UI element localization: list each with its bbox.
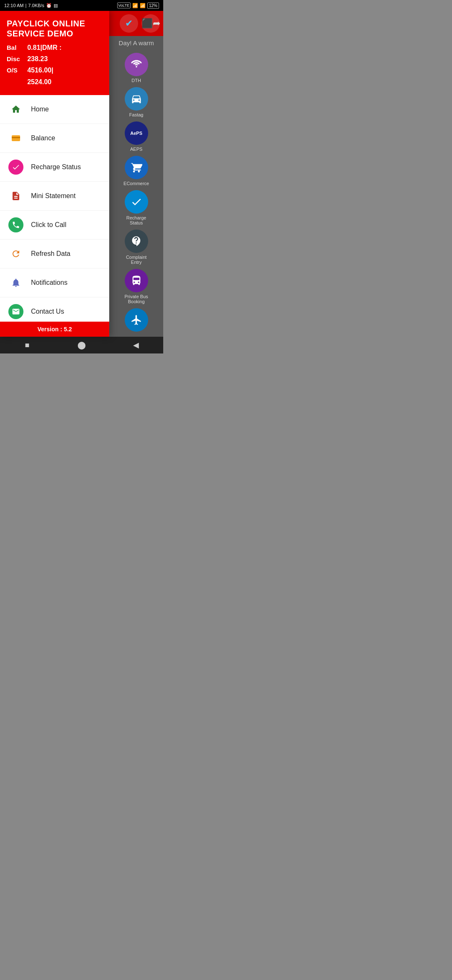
grid-item-recharge-status[interactable]: Recharge Status	[125, 190, 148, 225]
fastag-label: Fastag	[129, 112, 144, 117]
sidebar-item-contact-us[interactable]: Contact Us	[0, 297, 109, 322]
grid-item-complaint-entry[interactable]: Complaint Entry	[125, 230, 148, 265]
sidebar-item-click-to-call[interactable]: Click to Call	[0, 211, 109, 240]
alarm-icon: ⏰	[46, 3, 52, 8]
network-speed: |	[25, 3, 26, 8]
version-text: Version : 5.2	[37, 326, 72, 333]
balance-icon	[8, 131, 23, 146]
status-right: VoLTE 📶 📶 12%	[117, 3, 159, 9]
sidebar-item-mini-statement[interactable]: Mini Statement	[0, 182, 109, 211]
check-button[interactable]: ✔	[120, 14, 138, 33]
time-display: 12:10 AM	[4, 3, 23, 8]
bal-value: 0.81|DMR :	[27, 44, 62, 51]
grid-item-flights[interactable]	[125, 308, 148, 333]
stop-button[interactable]: ■	[17, 338, 38, 353]
os-label: O/S	[7, 65, 26, 76]
sidebar-item-refresh-data[interactable]: Refresh Data	[0, 240, 109, 268]
sidebar-drawer: PAYCLICK ONLINE SERVICE DEMO Bal 0.81|DM…	[0, 11, 109, 337]
dth-label: DTH	[131, 78, 141, 83]
disc-row: Disc 238.23	[7, 53, 103, 64]
contact-us-icon	[8, 304, 23, 319]
click-to-call-icon	[8, 217, 23, 232]
home-label: Home	[31, 106, 49, 113]
ecommerce-label: ECommerce	[123, 181, 149, 186]
aeps-icon: AePS	[125, 121, 148, 145]
balance-row: Bal 0.81|DMR :	[7, 42, 103, 53]
grid-item-aeps[interactable]: AePSAEPS	[125, 121, 148, 152]
recharge-status-icon	[125, 190, 148, 214]
recharge-status-label: Recharge Status	[126, 215, 146, 225]
refresh-data-label: Refresh Data	[31, 250, 70, 258]
fastag-icon	[125, 87, 148, 111]
service-grid: DTHFastagAePSAEPSECommerceRecharge Statu…	[109, 49, 163, 337]
recharge-status-icon	[8, 160, 23, 175]
right-panel-header: ✔ ⬛➦	[109, 11, 163, 36]
os-value: 4516.00|	[27, 67, 53, 74]
recharge-status-label: Recharge Status	[31, 163, 81, 171]
os-row: O/S 4516.00|	[7, 64, 103, 76]
complaint-entry-icon	[125, 230, 148, 253]
main-screen: PAYCLICK ONLINE SERVICE DEMO Bal 0.81|DM…	[0, 11, 163, 337]
bottom-navigation: ■ ⬤ ◀	[0, 337, 163, 353]
click-to-call-label: Click to Call	[31, 221, 66, 229]
grid-item-dth[interactable]: DTH	[125, 53, 148, 83]
sidebar-item-notifications[interactable]: Notifications	[0, 268, 109, 297]
app-title: PAYCLICK ONLINE SERVICE DEMO	[7, 18, 103, 39]
notifications-icon	[8, 275, 23, 290]
sidebar-menu: HomeBalanceRecharge StatusMini Statement…	[0, 95, 109, 322]
sidebar-header: PAYCLICK ONLINE SERVICE DEMO Bal 0.81|DM…	[0, 11, 109, 95]
back-button[interactable]: ◀	[126, 338, 146, 353]
exit-icon: ⬛➦	[141, 18, 160, 29]
aeps-label: AEPS	[130, 147, 142, 152]
volte-icon: VoLTE	[117, 3, 131, 8]
grid-item-ecommerce[interactable]: ECommerce	[123, 156, 149, 186]
check-icon: ✔	[125, 18, 133, 29]
mini-statement-label: Mini Statement	[31, 192, 76, 200]
complaint-entry-label: Complaint Entry	[126, 255, 147, 265]
network-speed-value: 7.0KB/s	[28, 3, 44, 8]
os-row2: 2524.00	[7, 76, 103, 88]
os-value2: 2524.00	[27, 78, 51, 85]
mini-statement-icon	[8, 188, 23, 204]
svg-rect-1	[12, 137, 20, 138]
signal-icon2: 📶	[140, 3, 146, 8]
flights-icon	[125, 308, 148, 332]
notifications-label: Notifications	[31, 279, 67, 286]
disc-label: Disc	[7, 54, 26, 64]
sidebar-item-home[interactable]: Home	[0, 95, 109, 124]
stop-icon: ■	[25, 341, 30, 350]
sidebar-item-balance[interactable]: Balance	[0, 124, 109, 153]
ecommerce-icon	[125, 156, 148, 179]
grid-item-fastag[interactable]: Fastag	[125, 87, 148, 117]
exit-button[interactable]: ⬛➦	[141, 14, 160, 33]
right-panel: ✔ ⬛➦ Day! A warm DTHFastagAePSAEPSEComme…	[109, 11, 163, 337]
grid-item-private-bus[interactable]: Private Bus Booking	[125, 269, 148, 304]
greeting-text: Day! A warm	[109, 36, 163, 49]
disc-value: 238.23	[27, 55, 48, 62]
dth-icon	[125, 53, 148, 76]
battery-icon: 12%	[147, 3, 159, 9]
sidebar-item-recharge-status[interactable]: Recharge Status	[0, 153, 109, 182]
home-icon	[8, 102, 23, 117]
contact-us-label: Contact Us	[31, 308, 64, 315]
private-bus-icon	[125, 269, 148, 292]
status-left: 12:10 AM | 7.0KB/s ⏰ ▤	[4, 3, 58, 8]
private-bus-label: Private Bus Booking	[125, 294, 148, 304]
home-button[interactable]: ⬤	[71, 338, 92, 353]
balance-label: Balance	[31, 134, 55, 142]
back-icon: ◀	[133, 340, 139, 350]
bal-label: Bal	[7, 42, 26, 53]
signal-4g: 📶	[132, 3, 138, 8]
status-bar: 12:10 AM | 7.0KB/s ⏰ ▤ VoLTE 📶 📶 12%	[0, 0, 163, 11]
message-icon: ▤	[54, 3, 58, 8]
refresh-data-icon	[8, 246, 23, 261]
home-nav-icon: ⬤	[77, 340, 86, 350]
sidebar-footer: Version : 5.2	[0, 322, 109, 337]
